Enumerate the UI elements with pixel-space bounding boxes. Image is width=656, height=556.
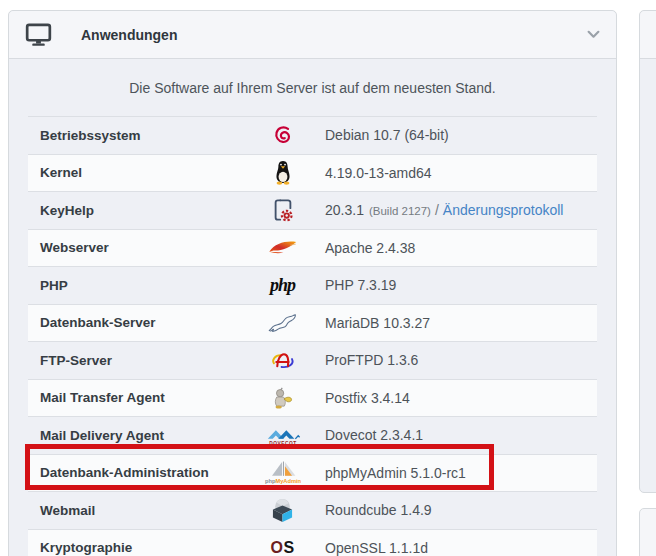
php-icon: php <box>240 275 325 296</box>
software-label: PHP <box>28 278 240 293</box>
software-version: OpenSSL 1.1.1d <box>325 540 597 556</box>
version-text: Dovecot 2.3.4.1 <box>325 427 423 443</box>
table-row: Kryptographie OS OpenSSL 1.1.1d <box>28 529 597 556</box>
version-text: MariaDB 10.3.27 <box>325 315 430 331</box>
software-label: Kernel <box>28 165 240 180</box>
table-row: Webmail Roundcube 1.4.9 <box>28 491 597 529</box>
software-version: Postfix 3.4.14 <box>325 390 597 406</box>
software-version: MariaDB 10.3.27 <box>325 315 597 331</box>
mariadb-seal-icon <box>240 312 325 333</box>
debian-icon <box>240 123 325 148</box>
software-version: Dovecot 2.3.4.1 <box>325 427 597 443</box>
card-title: Anwendungen <box>81 27 177 43</box>
software-version: Apache 2.4.38 <box>325 240 597 256</box>
collapse-chevron-icon[interactable] <box>587 30 600 39</box>
software-label: Betriebssystem <box>28 128 240 143</box>
software-label: Webmail <box>28 503 240 518</box>
roundcube-icon <box>240 498 325 523</box>
monitor-icon <box>25 23 52 47</box>
apache-feather-icon <box>240 239 325 256</box>
openssl-icon: OS <box>240 539 325 556</box>
changelog-link[interactable]: Änderungsprotokoll <box>443 202 564 218</box>
version-text: ProFTPD 1.3.6 <box>325 352 418 368</box>
table-row: Datenbank-Server MariaDB 10.3.27 <box>28 304 597 342</box>
software-label: Webserver <box>28 240 240 255</box>
build-number: (Build 2127) <box>369 205 431 217</box>
annotation-highlight-box <box>25 444 494 490</box>
software-label: Mail Delivery Agent <box>28 428 240 443</box>
tux-icon <box>240 160 325 185</box>
software-version: 20.3.1(Build 2127)/Änderungsprotokoll <box>325 202 597 218</box>
table-row: Webserver Apache 2.4.38 <box>28 229 597 267</box>
software-label: Datenbank-Server <box>28 315 240 330</box>
table-row: KeyHelp 20.3.1(Build 2127)/Änderungsprot… <box>28 191 597 229</box>
card-header: Anwendungen <box>9 11 616 59</box>
version-text: Debian 10.7 (64-bit) <box>325 127 449 143</box>
table-row: FTP-Server ProFTPD 1.3.6 <box>28 341 597 379</box>
software-version: PHP 7.3.19 <box>325 277 597 293</box>
dovecot-icon: DOVECOT <box>240 425 325 446</box>
software-version: Roundcube 1.4.9 <box>325 502 597 518</box>
separator-text: / <box>435 202 439 218</box>
table-row: Kernel 4.19.0-13-amd64 <box>28 154 597 192</box>
version-text: Roundcube 1.4.9 <box>325 502 432 518</box>
version-text: Apache 2.4.38 <box>325 240 415 256</box>
keyhelp-icon <box>240 197 325 223</box>
table-row: PHP php PHP 7.3.19 <box>28 266 597 304</box>
software-version: 4.19.0-13-amd64 <box>325 165 597 181</box>
adjacent-card-bottom <box>639 508 656 556</box>
software-version: ProFTPD 1.3.6 <box>325 352 597 368</box>
version-text: OpenSSL 1.1.1d <box>325 540 428 556</box>
version-text: PHP 7.3.19 <box>325 277 396 293</box>
table-row: Mail Transfer Agent Postfix 3.4.14 <box>28 379 597 417</box>
software-label: FTP-Server <box>28 353 240 368</box>
software-label: Mail Transfer Agent <box>28 390 240 405</box>
table-row: Betriebssystem Debian 10.7 (64-bit) <box>28 116 597 154</box>
version-text: Postfix 3.4.14 <box>325 390 410 406</box>
version-text: 20.3.1 <box>325 202 364 218</box>
status-message: Die Software auf Ihrem Server ist auf de… <box>9 59 616 116</box>
software-version: Debian 10.7 (64-bit) <box>325 127 597 143</box>
postfix-icon <box>240 386 325 409</box>
software-label: Kryptographie <box>28 540 240 555</box>
version-text: 4.19.0-13-amd64 <box>325 165 432 181</box>
software-label: KeyHelp <box>28 203 240 218</box>
proftpd-icon <box>240 351 325 370</box>
adjacent-card-top <box>639 10 656 493</box>
software-table: Betriebssystem Debian 10.7 (64-bit) Kern… <box>28 116 597 556</box>
